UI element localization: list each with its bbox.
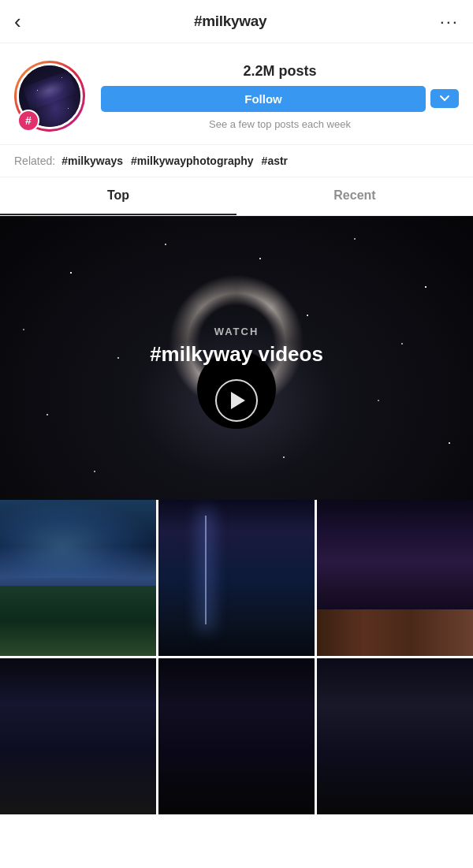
profile-section: # 2.2M posts Follow See a few top posts … [0,43,473,144]
chevron-down-icon [440,95,449,102]
grid-item-3[interactable] [317,500,473,656]
follow-dropdown-button[interactable] [430,89,459,108]
grid-item-1[interactable] [0,500,156,656]
weekly-description: See a few top posts each week [101,118,459,130]
avatar-wrapper: # [14,61,85,132]
grid-item-2[interactable] [158,500,315,656]
related-tag-1[interactable]: #milkyways [61,155,123,167]
grid-item-5[interactable] [158,658,315,814]
related-label: Related: [14,155,55,167]
more-options-button[interactable]: ··· [440,17,459,26]
watch-label: WATCH [214,326,259,337]
related-tags-section: Related: #milkyways #milkywayphotography… [0,144,473,177]
tab-recent[interactable]: Recent [236,177,473,215]
grid-item-6[interactable] [317,658,473,814]
related-tag-3[interactable]: #astr [262,155,288,167]
video-text-block: WATCH #milkyway videos [150,326,323,367]
hashtag-badge: # [17,110,39,132]
posts-count: 2.2M posts [101,63,459,80]
video-title: #milkyway videos [150,342,323,367]
photo-grid [0,500,473,814]
app-header: ‹ #milkyway ··· [0,0,473,43]
grid-item-4[interactable] [0,658,156,814]
back-button[interactable]: ‹ [14,11,21,32]
play-button[interactable] [215,379,258,422]
profile-info: 2.2M posts Follow See a few top posts ea… [101,63,459,130]
tabs-bar: Top Recent [0,177,473,216]
related-tags-list: #milkyways #milkywayphotography #astr [61,155,288,167]
follow-button[interactable]: Follow [101,86,426,112]
follow-row: Follow [101,86,459,112]
header-title: #milkyway [194,13,266,30]
related-tag-2[interactable]: #milkywayphotography [131,155,254,167]
video-banner[interactable]: WATCH #milkyway videos [0,216,473,500]
tab-top[interactable]: Top [0,177,236,215]
